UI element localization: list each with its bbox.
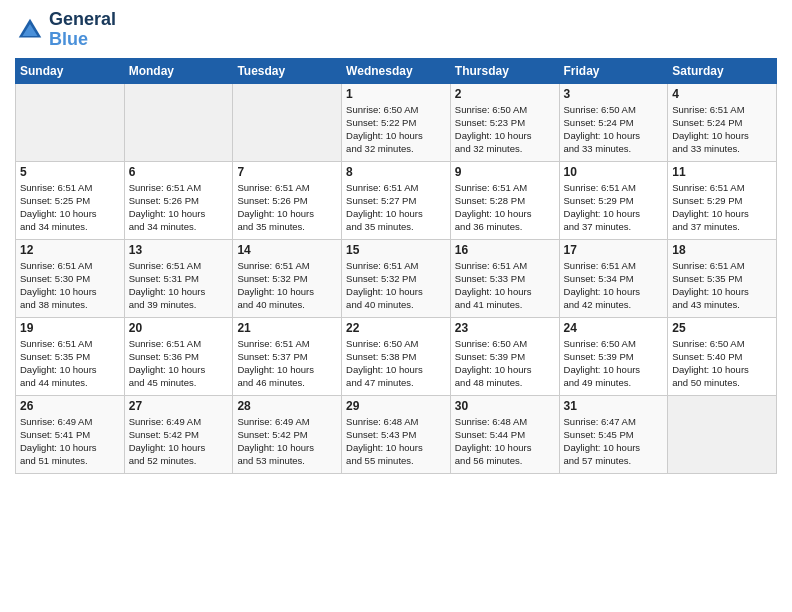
- day-number: 3: [564, 87, 664, 101]
- day-info: Sunrise: 6:51 AM Sunset: 5:32 PM Dayligh…: [346, 259, 446, 312]
- day-info: Sunrise: 6:50 AM Sunset: 5:40 PM Dayligh…: [672, 337, 772, 390]
- day-number: 29: [346, 399, 446, 413]
- day-info: Sunrise: 6:51 AM Sunset: 5:32 PM Dayligh…: [237, 259, 337, 312]
- day-number: 6: [129, 165, 229, 179]
- calendar-cell: 2Sunrise: 6:50 AM Sunset: 5:23 PM Daylig…: [450, 83, 559, 161]
- day-number: 21: [237, 321, 337, 335]
- logo-text: General Blue: [49, 10, 116, 50]
- calendar-cell: 18Sunrise: 6:51 AM Sunset: 5:35 PM Dayli…: [668, 239, 777, 317]
- calendar-cell: 30Sunrise: 6:48 AM Sunset: 5:44 PM Dayli…: [450, 395, 559, 473]
- logo-icon: [15, 15, 45, 45]
- day-header-wednesday: Wednesday: [342, 58, 451, 83]
- day-info: Sunrise: 6:51 AM Sunset: 5:26 PM Dayligh…: [129, 181, 229, 234]
- calendar-cell: 28Sunrise: 6:49 AM Sunset: 5:42 PM Dayli…: [233, 395, 342, 473]
- calendar-cell: 11Sunrise: 6:51 AM Sunset: 5:29 PM Dayli…: [668, 161, 777, 239]
- day-number: 23: [455, 321, 555, 335]
- day-info: Sunrise: 6:50 AM Sunset: 5:22 PM Dayligh…: [346, 103, 446, 156]
- day-info: Sunrise: 6:51 AM Sunset: 5:30 PM Dayligh…: [20, 259, 120, 312]
- logo: General Blue: [15, 10, 116, 50]
- calendar-cell: 19Sunrise: 6:51 AM Sunset: 5:35 PM Dayli…: [16, 317, 125, 395]
- calendar-week-3: 12Sunrise: 6:51 AM Sunset: 5:30 PM Dayli…: [16, 239, 777, 317]
- day-number: 18: [672, 243, 772, 257]
- day-header-saturday: Saturday: [668, 58, 777, 83]
- calendar-cell: 12Sunrise: 6:51 AM Sunset: 5:30 PM Dayli…: [16, 239, 125, 317]
- day-info: Sunrise: 6:51 AM Sunset: 5:37 PM Dayligh…: [237, 337, 337, 390]
- day-number: 7: [237, 165, 337, 179]
- calendar-cell: 8Sunrise: 6:51 AM Sunset: 5:27 PM Daylig…: [342, 161, 451, 239]
- day-number: 27: [129, 399, 229, 413]
- day-info: Sunrise: 6:50 AM Sunset: 5:23 PM Dayligh…: [455, 103, 555, 156]
- day-info: Sunrise: 6:48 AM Sunset: 5:44 PM Dayligh…: [455, 415, 555, 468]
- day-info: Sunrise: 6:51 AM Sunset: 5:25 PM Dayligh…: [20, 181, 120, 234]
- calendar-week-5: 26Sunrise: 6:49 AM Sunset: 5:41 PM Dayli…: [16, 395, 777, 473]
- day-info: Sunrise: 6:51 AM Sunset: 5:33 PM Dayligh…: [455, 259, 555, 312]
- header-row: SundayMondayTuesdayWednesdayThursdayFrid…: [16, 58, 777, 83]
- calendar-cell: 25Sunrise: 6:50 AM Sunset: 5:40 PM Dayli…: [668, 317, 777, 395]
- day-info: Sunrise: 6:51 AM Sunset: 5:29 PM Dayligh…: [564, 181, 664, 234]
- day-header-tuesday: Tuesday: [233, 58, 342, 83]
- day-info: Sunrise: 6:48 AM Sunset: 5:43 PM Dayligh…: [346, 415, 446, 468]
- calendar-cell: 4Sunrise: 6:51 AM Sunset: 5:24 PM Daylig…: [668, 83, 777, 161]
- calendar-cell: 24Sunrise: 6:50 AM Sunset: 5:39 PM Dayli…: [559, 317, 668, 395]
- day-number: 11: [672, 165, 772, 179]
- calendar-cell: 14Sunrise: 6:51 AM Sunset: 5:32 PM Dayli…: [233, 239, 342, 317]
- calendar-week-4: 19Sunrise: 6:51 AM Sunset: 5:35 PM Dayli…: [16, 317, 777, 395]
- day-number: 8: [346, 165, 446, 179]
- day-info: Sunrise: 6:51 AM Sunset: 5:24 PM Dayligh…: [672, 103, 772, 156]
- calendar-cell: 23Sunrise: 6:50 AM Sunset: 5:39 PM Dayli…: [450, 317, 559, 395]
- day-number: 17: [564, 243, 664, 257]
- day-number: 15: [346, 243, 446, 257]
- calendar-cell: 10Sunrise: 6:51 AM Sunset: 5:29 PM Dayli…: [559, 161, 668, 239]
- day-number: 20: [129, 321, 229, 335]
- day-info: Sunrise: 6:49 AM Sunset: 5:41 PM Dayligh…: [20, 415, 120, 468]
- calendar-header: SundayMondayTuesdayWednesdayThursdayFrid…: [16, 58, 777, 83]
- day-number: 24: [564, 321, 664, 335]
- day-info: Sunrise: 6:51 AM Sunset: 5:35 PM Dayligh…: [20, 337, 120, 390]
- day-number: 13: [129, 243, 229, 257]
- day-info: Sunrise: 6:51 AM Sunset: 5:27 PM Dayligh…: [346, 181, 446, 234]
- day-header-friday: Friday: [559, 58, 668, 83]
- header: General Blue: [15, 10, 777, 50]
- day-number: 10: [564, 165, 664, 179]
- calendar-cell: 29Sunrise: 6:48 AM Sunset: 5:43 PM Dayli…: [342, 395, 451, 473]
- day-number: 22: [346, 321, 446, 335]
- day-info: Sunrise: 6:51 AM Sunset: 5:31 PM Dayligh…: [129, 259, 229, 312]
- calendar-cell: 20Sunrise: 6:51 AM Sunset: 5:36 PM Dayli…: [124, 317, 233, 395]
- day-info: Sunrise: 6:50 AM Sunset: 5:39 PM Dayligh…: [455, 337, 555, 390]
- calendar-cell: [668, 395, 777, 473]
- page-container: General Blue SundayMondayTuesdayWednesda…: [0, 0, 792, 484]
- calendar-week-2: 5Sunrise: 6:51 AM Sunset: 5:25 PM Daylig…: [16, 161, 777, 239]
- calendar-cell: 5Sunrise: 6:51 AM Sunset: 5:25 PM Daylig…: [16, 161, 125, 239]
- calendar-cell: 17Sunrise: 6:51 AM Sunset: 5:34 PM Dayli…: [559, 239, 668, 317]
- calendar-week-1: 1Sunrise: 6:50 AM Sunset: 5:22 PM Daylig…: [16, 83, 777, 161]
- day-number: 1: [346, 87, 446, 101]
- day-header-sunday: Sunday: [16, 58, 125, 83]
- day-info: Sunrise: 6:51 AM Sunset: 5:28 PM Dayligh…: [455, 181, 555, 234]
- calendar-cell: [124, 83, 233, 161]
- day-info: Sunrise: 6:51 AM Sunset: 5:34 PM Dayligh…: [564, 259, 664, 312]
- day-info: Sunrise: 6:50 AM Sunset: 5:24 PM Dayligh…: [564, 103, 664, 156]
- calendar-cell: 31Sunrise: 6:47 AM Sunset: 5:45 PM Dayli…: [559, 395, 668, 473]
- day-number: 16: [455, 243, 555, 257]
- day-number: 9: [455, 165, 555, 179]
- calendar-cell: 15Sunrise: 6:51 AM Sunset: 5:32 PM Dayli…: [342, 239, 451, 317]
- day-header-thursday: Thursday: [450, 58, 559, 83]
- calendar-cell: 22Sunrise: 6:50 AM Sunset: 5:38 PM Dayli…: [342, 317, 451, 395]
- calendar-cell: 27Sunrise: 6:49 AM Sunset: 5:42 PM Dayli…: [124, 395, 233, 473]
- calendar-cell: 16Sunrise: 6:51 AM Sunset: 5:33 PM Dayli…: [450, 239, 559, 317]
- day-info: Sunrise: 6:49 AM Sunset: 5:42 PM Dayligh…: [129, 415, 229, 468]
- day-number: 2: [455, 87, 555, 101]
- day-number: 19: [20, 321, 120, 335]
- day-number: 28: [237, 399, 337, 413]
- day-number: 5: [20, 165, 120, 179]
- day-info: Sunrise: 6:50 AM Sunset: 5:39 PM Dayligh…: [564, 337, 664, 390]
- day-info: Sunrise: 6:47 AM Sunset: 5:45 PM Dayligh…: [564, 415, 664, 468]
- calendar-cell: [16, 83, 125, 161]
- day-info: Sunrise: 6:51 AM Sunset: 5:29 PM Dayligh…: [672, 181, 772, 234]
- day-info: Sunrise: 6:50 AM Sunset: 5:38 PM Dayligh…: [346, 337, 446, 390]
- day-number: 26: [20, 399, 120, 413]
- day-number: 14: [237, 243, 337, 257]
- calendar-cell: 3Sunrise: 6:50 AM Sunset: 5:24 PM Daylig…: [559, 83, 668, 161]
- day-info: Sunrise: 6:49 AM Sunset: 5:42 PM Dayligh…: [237, 415, 337, 468]
- calendar-cell: [233, 83, 342, 161]
